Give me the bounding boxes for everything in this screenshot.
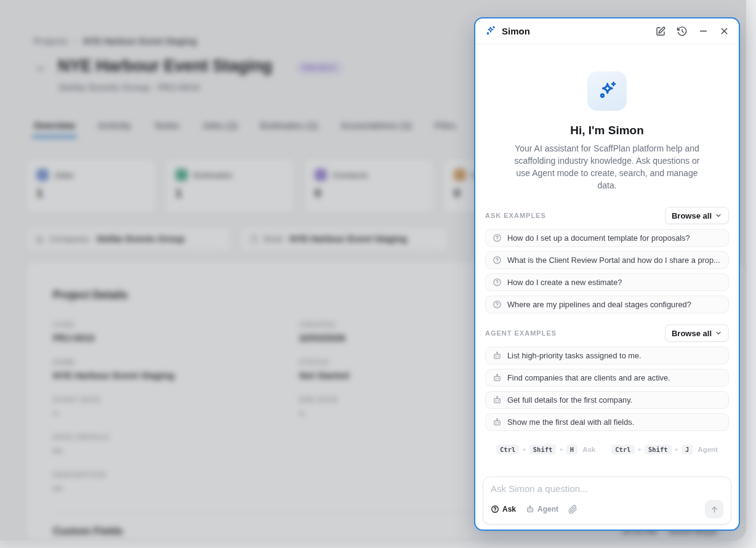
agent-examples-label: AGENT EXAMPLES — [485, 329, 557, 337]
ask-example-item[interactable]: How do I set up a document template for … — [485, 229, 729, 247]
sparkle-icon — [485, 25, 496, 37]
ask-example-text: Where are my pipelines and deal stages c… — [507, 300, 691, 309]
panel-header-actions — [655, 26, 730, 37]
robot-icon — [493, 395, 502, 405]
robot-icon — [493, 417, 502, 427]
help-circle-icon — [493, 300, 502, 309]
agent-mode-button[interactable]: Agent — [526, 505, 558, 514]
screen: Projects › NYE Harbour Event Staging ← N… — [0, 0, 756, 548]
paperclip-icon[interactable] — [568, 505, 577, 514]
browse-all-ask-button[interactable]: Browse all — [665, 207, 729, 224]
agent-example-text: Find companies that are clients and are … — [507, 373, 670, 382]
ask-example-item[interactable]: What is the Client Review Portal and how… — [485, 251, 729, 269]
composer-toolbar: Ask Agent — [491, 500, 723, 518]
browse-all-agent-button[interactable]: Browse all — [665, 324, 729, 342]
send-button[interactable] — [705, 500, 723, 518]
browse-all-label: Browse all — [672, 329, 712, 338]
panel-header: Simon — [475, 18, 739, 44]
agent-example-item[interactable]: Find companies that are clients and are … — [485, 369, 729, 387]
ask-examples-label: ASK EXAMPLES — [485, 212, 546, 219]
agent-example-text: Show me the first deal with all fields. — [507, 417, 634, 427]
robot-icon — [493, 351, 502, 360]
new-chat-icon[interactable] — [655, 26, 666, 37]
ask-mode-label: Ask — [502, 505, 516, 514]
history-icon[interactable] — [677, 26, 688, 37]
ask-examples-header: ASK EXAMPLES Browse all — [485, 207, 729, 224]
panel-body: Hi, I'm Simon Your AI assistant for Scaf… — [475, 44, 739, 530]
panel-title: Simon — [502, 26, 530, 36]
ask-example-item[interactable]: How do I create a new estimate? — [485, 273, 729, 291]
ask-simon-input[interactable] — [491, 483, 723, 494]
arrow-up-icon — [710, 505, 719, 514]
ask-examples-list: How do I set up a document template for … — [485, 229, 729, 313]
minimize-icon[interactable] — [698, 26, 709, 36]
agent-example-item[interactable]: Show me the first deal with all fields. — [485, 413, 729, 431]
help-circle-icon — [493, 278, 502, 287]
ask-example-text: What is the Client Review Portal and how… — [507, 256, 720, 265]
help-circle-icon — [493, 233, 502, 243]
ask-example-item[interactable]: Where are my pipelines and deal stages c… — [485, 296, 729, 313]
message-composer: Ask Agent — [483, 477, 731, 525]
robot-icon — [493, 373, 502, 382]
chevron-down-icon — [715, 212, 722, 219]
ask-example-text: How do I create a new estimate? — [507, 278, 622, 287]
simon-avatar — [587, 71, 627, 111]
help-circle-icon — [493, 256, 502, 265]
agent-shortcut: Ctrl + Shift + J Agent — [611, 445, 718, 454]
assistant-description: Your AI assistant for ScaffPlan platform… — [509, 142, 706, 191]
help-circle-icon — [491, 505, 499, 514]
close-icon[interactable] — [719, 26, 730, 36]
agent-mode-label: Agent — [537, 505, 558, 514]
sparkle-icon — [596, 80, 618, 102]
agent-examples-header: AGENT EXAMPLES Browse all — [485, 324, 729, 342]
agent-example-item[interactable]: Get full details for the first company. — [485, 391, 729, 409]
agent-examples-list: List high-priority tasks assigned to me.… — [485, 347, 729, 431]
browse-all-label: Browse all — [672, 211, 712, 220]
keyboard-shortcuts: Ctrl + Shift + H Ask Ctrl + Shift + J Ag… — [485, 445, 729, 454]
simon-assistant-panel: Simon — [474, 17, 740, 531]
ask-mode-button[interactable]: Ask — [491, 505, 516, 514]
robot-icon — [526, 505, 534, 514]
agent-example-text: List high-priority tasks assigned to me. — [507, 351, 641, 360]
ask-shortcut: Ctrl + Shift + H Ask — [496, 445, 595, 454]
greeting-heading: Hi, I'm Simon — [485, 124, 729, 137]
ask-example-text: How do I set up a document template for … — [507, 233, 690, 243]
chevron-down-icon — [715, 329, 722, 337]
agent-example-text: Get full details for the first company. — [507, 395, 632, 405]
agent-example-item[interactable]: List high-priority tasks assigned to me. — [485, 347, 729, 365]
